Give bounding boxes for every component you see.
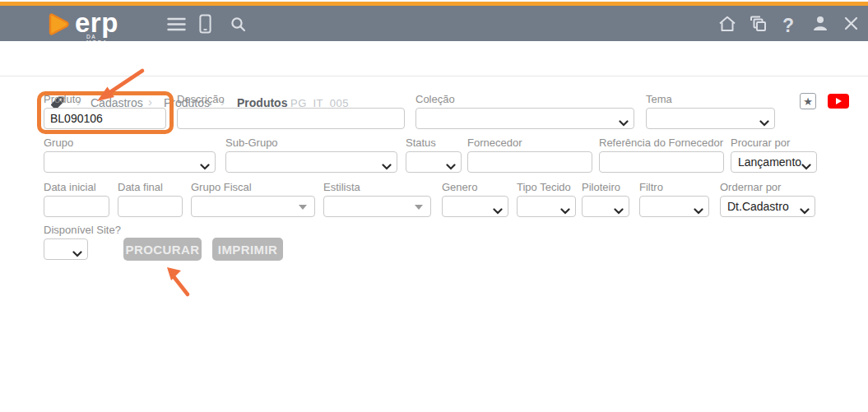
estilista-select[interactable]	[323, 196, 431, 217]
tema-select[interactable]	[646, 108, 775, 129]
disponivel-site-label: Disponível Site?	[44, 224, 88, 236]
chevron-down-icon	[694, 203, 703, 218]
produto-input[interactable]	[44, 108, 166, 129]
descricao-input[interactable]	[177, 108, 405, 129]
chevron-down-icon	[446, 159, 456, 174]
tema-label: Tema	[646, 93, 775, 105]
triangle-down-icon	[415, 205, 423, 210]
star-glyph: ★	[803, 95, 813, 108]
piloteiro-label: Piloteiro	[582, 181, 629, 193]
status-select[interactable]	[406, 151, 462, 173]
data-inicial-label: Data inicial	[44, 181, 109, 193]
filtro-label: Filtro	[639, 181, 709, 193]
data-inicial-field: Data inicial	[44, 181, 109, 217]
ordernar-por-select[interactable]: Dt.Cadastro	[720, 196, 815, 217]
erp-window: erp DA MODA	[0, 0, 868, 412]
genero-label: Genero	[442, 181, 508, 193]
referencia-fornecedor-label: Referência do Fornecedor	[599, 137, 724, 149]
genero-select[interactable]	[442, 196, 508, 217]
descricao-field: Descrição	[177, 93, 405, 129]
procurar-button[interactable]: PROCURAR	[123, 238, 202, 261]
fornecedor-label: Fornecedor	[467, 137, 592, 149]
ordernar-por-select-value: Dt.Cadastro	[727, 200, 789, 213]
estilista-label: Estilista	[323, 181, 431, 193]
sub-grupo-field: Sub-Grupo	[225, 137, 397, 173]
procurar-por-select[interactable]: Lançamento	[731, 151, 817, 173]
chevron-down-icon	[759, 115, 769, 130]
chevron-down-icon	[382, 159, 392, 174]
youtube-icon[interactable]	[828, 94, 849, 109]
filtro-field: Filtro	[639, 181, 709, 217]
data-inicial-input[interactable]	[44, 196, 109, 217]
piloteiro-field: Piloteiro	[582, 181, 629, 217]
status-field: Status	[406, 137, 462, 173]
chevron-down-icon	[619, 115, 629, 130]
tipo-tecido-select[interactable]	[517, 196, 576, 217]
chevron-down-icon	[560, 203, 570, 218]
chevron-down-icon	[801, 159, 811, 174]
piloteiro-select[interactable]	[582, 196, 629, 217]
grupo-fiscal-label: Grupo Fiscal	[191, 181, 315, 193]
triangle-down-icon	[299, 205, 307, 210]
procurar-por-field: Procurar por Lançamento	[731, 137, 817, 173]
chevron-down-icon	[200, 159, 210, 174]
erp-logo-play-icon	[45, 12, 71, 40]
status-label: Status	[406, 137, 462, 149]
referencia-fornecedor-input[interactable]	[599, 151, 724, 173]
ordernar-por-field: Ordernar por Dt.Cadastro	[720, 181, 815, 217]
chevron-down-icon	[614, 203, 624, 218]
help-icon[interactable]: ?	[782, 16, 794, 35]
colecao-label: Coleção	[415, 93, 634, 105]
erp-logo[interactable]: erp DA MODA	[45, 8, 118, 40]
produto-field: Produto	[44, 93, 166, 129]
breadcrumb: › Cadastros › Produtos › Produtos PG_IT_…	[0, 41, 868, 76]
colecao-field: Coleção	[415, 93, 634, 129]
tipo-tecido-label: Tipo Tecido	[517, 181, 576, 193]
procurar-por-label: Procurar por	[731, 137, 817, 149]
grupo-fiscal-field: Grupo Fiscal	[191, 181, 315, 217]
fornecedor-field: Fornecedor	[467, 137, 592, 173]
imprimir-button[interactable]: IMPRIMIR	[212, 238, 283, 261]
mobile-icon[interactable]	[199, 14, 211, 34]
grupo-select[interactable]	[44, 151, 216, 173]
data-final-label: Data final	[118, 181, 183, 193]
annotation-arrow-to-procurar	[160, 263, 199, 299]
topbar: erp DA MODA	[0, 6, 868, 41]
filtro-select[interactable]	[639, 196, 709, 217]
favorite-star-icon[interactable]: ★	[800, 93, 816, 109]
data-final-input[interactable]	[118, 196, 183, 217]
close-icon[interactable]	[844, 16, 858, 30]
grupo-label: Grupo	[44, 137, 216, 149]
grupo-fiscal-select[interactable]	[191, 196, 315, 217]
ordernar-por-label: Ordernar por	[720, 181, 815, 193]
chevron-down-icon	[800, 203, 810, 218]
sub-grupo-select[interactable]	[225, 151, 397, 173]
disponivel-site-field: Disponível Site?	[44, 224, 88, 260]
chevron-down-icon	[493, 203, 503, 218]
header-divider	[0, 76, 868, 76]
cascade-windows-icon[interactable]	[750, 16, 767, 32]
menu-icon[interactable]	[167, 17, 186, 31]
data-final-field: Data final	[118, 181, 183, 217]
grupo-field: Grupo	[44, 137, 216, 173]
procurar-por-select-value: Lançamento	[738, 155, 801, 169]
user-icon[interactable]	[812, 16, 829, 31]
sub-grupo-label: Sub-Grupo	[225, 137, 397, 149]
search-icon[interactable]	[230, 16, 246, 32]
genero-field: Genero	[442, 181, 508, 217]
estilista-field: Estilista	[323, 181, 431, 217]
colecao-select[interactable]	[415, 108, 634, 129]
tipo-tecido-field: Tipo Tecido	[517, 181, 576, 217]
disponivel-site-select[interactable]	[44, 238, 88, 260]
tema-field: Tema	[646, 93, 775, 129]
descricao-label: Descrição	[177, 93, 405, 105]
home-icon[interactable]	[718, 16, 736, 32]
produto-label: Produto	[44, 93, 166, 105]
youtube-play-triangle	[836, 98, 842, 104]
chevron-down-icon	[72, 246, 82, 261]
fornecedor-input[interactable]	[467, 151, 592, 173]
referencia-fornecedor-field: Referência do Fornecedor	[599, 137, 724, 173]
